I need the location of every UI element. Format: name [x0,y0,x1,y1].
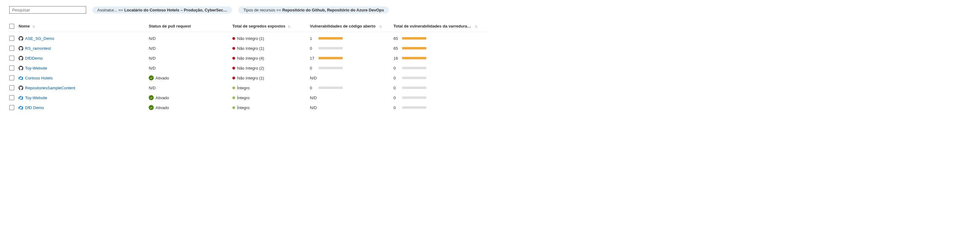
filter-bar: Assinatur... == Locatário do Contoso Hot… [9,6,971,14]
scan-vulns-count: 65 [393,46,399,51]
status-dot-unhealthy-icon [232,67,235,69]
status-dot-unhealthy-icon [232,47,235,50]
column-header-secrets[interactable]: Total de segredos expostos ↑↓ [232,24,310,28]
column-header-label: Vulnerabilidades de código aberto [310,24,375,28]
oss-vulns-count: N/D [310,105,317,110]
table-body: ASE_SG_DemoN/DNão íntegro (1)165RS_ramon… [9,33,487,112]
github-icon [19,85,23,90]
pr-status-text: N/D [149,46,156,51]
pr-status-text: Ativado [156,105,169,110]
secrets-status-text: Íntegro [237,95,250,100]
azure-devops-icon [19,95,23,100]
filter-pill-subscription[interactable]: Assinatur... == Locatário do Contoso Hot… [92,6,232,14]
pr-status-text: N/D [149,56,156,60]
secrets-status-text: Não íntegro (1) [237,76,264,81]
repo-link[interactable]: RepositoriesSampleContent [25,85,75,90]
row-checkbox[interactable] [9,46,14,51]
scan-vulns-count: 0 [393,85,399,90]
secrets-status-text: Não íntegro (1) [237,46,264,51]
column-header-label: Total de segredos expostos [232,24,285,28]
repo-link[interactable]: ASE_SG_Demo [25,36,54,41]
repo-link[interactable]: RS_ramontest [25,46,51,51]
column-header-oss-vulns[interactable]: Vulnerabilidades de código aberto ↑↓ [310,24,393,28]
table-row: Toy-WebsiteN/DNão íntegro (2)00 [9,63,487,73]
sort-icon: ↑↓ [32,24,34,28]
status-dot-unhealthy-icon [232,37,235,40]
github-icon [19,36,23,41]
scan-vulns-count: 0 [393,66,399,71]
table-row: ASE_SG_DemoN/DNão íntegro (1)165 [9,33,487,43]
enabled-check-icon [149,76,154,81]
pr-status-text: N/D [149,85,156,90]
oss-vulns-bar [318,57,343,59]
scan-vulns-bar [402,37,426,39]
pr-status-text: Ativado [156,76,169,81]
status-dot-healthy-icon [232,87,235,89]
github-icon [19,56,23,60]
azure-devops-icon [19,105,23,110]
oss-vulns-bar [318,37,343,39]
bar-fill-yellow [402,37,426,39]
row-checkbox[interactable] [9,85,14,90]
oss-vulns-count: 0 [310,85,315,90]
oss-vulns-count: 0 [310,66,315,71]
column-header-pr-status[interactable]: Status de pull request [149,24,232,28]
table-row: Contoso HotelsAtivadoNão íntegro (1)N/D0 [9,73,487,83]
column-header-label: Total de vulnerabilidades da varredura… [393,24,471,28]
row-checkbox[interactable] [9,36,14,41]
row-checkbox[interactable] [9,95,14,100]
sort-icon: ↑↓ [288,24,290,28]
repo-link[interactable]: Toy-Website [25,95,47,100]
filter-pill-label: Tipos de recursos == [243,8,281,13]
table-row: RepositoriesSampleContentN/DÍntegro00 [9,83,487,93]
pr-status-text: N/D [149,36,156,41]
pr-status-text: Ativado [156,95,169,100]
table-row: DfDDemoN/DNão íntegro (4)1716 [9,53,487,63]
filter-pill-label: Assinatur... == [97,8,123,13]
azure-devops-icon [19,76,23,81]
repo-link[interactable]: DfD Demo [25,105,44,110]
column-header-name[interactable]: Nome ↑↓ [19,24,149,28]
enabled-check-icon [149,95,154,100]
sort-icon: ↑↓ [379,24,382,28]
table-row: Toy-WebsiteAtivadoÍntegroN/D0 [9,93,487,103]
secrets-status-text: Não íntegro (1) [237,36,264,41]
column-header-label: Status de pull request [149,24,191,28]
row-checkbox[interactable] [9,105,14,110]
secrets-status-text: Não íntegro (2) [237,66,264,71]
table-row: RS_ramontestN/DNão íntegro (1)065 [9,43,487,53]
github-icon [19,66,23,71]
repo-link[interactable]: Toy-Website [25,66,47,71]
repo-link[interactable]: DfDDemo [25,56,43,60]
filter-pill-value: Repositório do Github, Repositório do Az… [282,8,384,13]
column-header-scan-vulns[interactable]: Total de vulnerabilidades da varredura… … [393,24,483,28]
search-input[interactable] [9,6,86,14]
results-table: Nome ↑↓ Status de pull request Total de … [9,22,487,112]
pr-status-text: N/D [149,66,156,71]
scan-vulns-count: 65 [393,36,399,41]
row-checkbox[interactable] [9,66,14,71]
scan-vulns-bar [402,77,426,79]
status-dot-unhealthy-icon [232,57,235,60]
bar-fill-yellow [318,57,343,59]
scan-vulns-bar [402,57,426,59]
bar-fill-yellow [402,57,426,59]
scan-vulns-bar [402,47,426,49]
oss-vulns-bar [318,87,343,89]
row-checkbox[interactable] [9,55,14,60]
scan-vulns-count: 0 [393,95,399,100]
status-dot-healthy-icon [232,96,235,99]
scan-vulns-count: 0 [393,105,399,110]
row-checkbox[interactable] [9,76,14,81]
filter-pill-resource-types[interactable]: Tipos de recursos == Repositório do Gith… [238,6,389,14]
scan-vulns-bar [402,67,426,69]
sort-icon: ↑↓ [475,24,477,28]
filter-pill-value: Locatário do Contoso Hotels – Produção, … [124,8,227,13]
oss-vulns-count: N/D [310,76,317,81]
oss-vulns-bar [318,67,343,69]
column-header-label: Nome [19,24,30,28]
bar-fill-yellow [318,37,343,39]
repo-link[interactable]: Contoso Hotels [25,76,52,81]
oss-vulns-bar [318,47,343,49]
select-all-checkbox[interactable] [9,24,14,29]
